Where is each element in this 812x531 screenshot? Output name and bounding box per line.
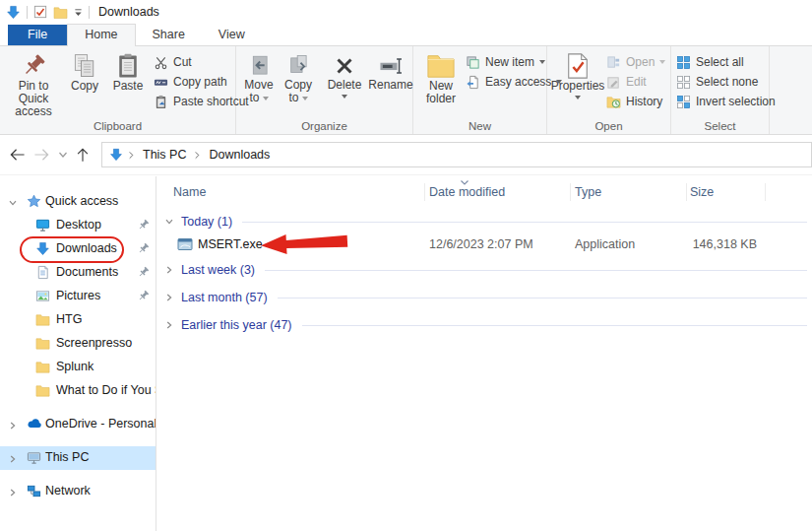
sidebar-item-pictures[interactable]: Pictures: [0, 285, 156, 308]
breadcrumb-chevron-icon[interactable]: [128, 151, 135, 160]
breadcrumb-this-pc[interactable]: This PC: [140, 148, 189, 162]
invert-selection-button[interactable]: Invert selection: [673, 92, 779, 111]
column-divider[interactable]: [765, 183, 766, 201]
sidebar-item-network[interactable]: Network: [0, 480, 156, 503]
sidebar-item-onedrive[interactable]: OneDrive - Personal: [0, 413, 156, 436]
open-group-label: Open: [547, 120, 670, 132]
open-icon: [606, 55, 621, 70]
rename-button[interactable]: Rename: [367, 47, 414, 92]
delete-button[interactable]: Delete: [322, 47, 367, 99]
select-all-button[interactable]: Select all: [673, 52, 779, 72]
folder-icon: [35, 383, 50, 401]
recent-locations-chevron-icon[interactable]: [58, 151, 68, 159]
copy-to-button[interactable]: Copy to: [279, 47, 318, 104]
column-header-size[interactable]: Size: [690, 185, 714, 199]
desktop-icon: [35, 218, 50, 235]
group-header-today[interactable]: Today (1): [156, 212, 807, 232]
group-header-earlier-this-year[interactable]: Earlier this year (47): [156, 315, 807, 335]
tab-view[interactable]: View: [202, 25, 262, 45]
column-divider[interactable]: [686, 183, 687, 201]
quick-access-star-icon: [27, 194, 41, 212]
downloads-folder-icon: [109, 148, 123, 162]
sidebar-item-splunk[interactable]: Splunk: [0, 356, 156, 379]
properties-quick-button[interactable]: [33, 5, 47, 19]
back-button[interactable]: [9, 148, 26, 162]
sidebar-item-desktop[interactable]: Desktop: [0, 214, 156, 237]
chevron-down-icon[interactable]: [8, 197, 18, 211]
group-divider-line: [302, 325, 807, 326]
customize-quick-access-toolbar-icon[interactable]: [74, 8, 83, 17]
column-headers: Name Date modified Type Size: [156, 179, 812, 203]
column-header-date-modified[interactable]: Date modified: [429, 185, 505, 199]
main-area: Quick access Desktop Downloads Documents…: [0, 176, 812, 531]
tab-file[interactable]: File: [8, 25, 67, 45]
pin-to-quick-access-label: Pin to Quick access: [6, 80, 61, 118]
chevron-right-icon[interactable]: [8, 453, 18, 467]
window-title: Downloads: [98, 5, 159, 19]
tab-home[interactable]: Home: [67, 24, 135, 46]
sidebar-item-label: Documents: [56, 265, 118, 279]
forward-button[interactable]: [33, 148, 50, 162]
file-row-msert[interactable]: MSERT.exe 12/6/2023 2:07 PM Application …: [156, 232, 812, 256]
properties-icon: [565, 52, 591, 80]
history-button[interactable]: History: [603, 92, 668, 111]
select-all-icon: [676, 55, 691, 70]
breadcrumb-chevron-icon[interactable]: [194, 151, 201, 160]
paste-icon: [114, 52, 142, 80]
sidebar-item-quick-access[interactable]: Quick access: [0, 190, 156, 214]
history-icon: [606, 95, 621, 109]
new-item-icon: [466, 55, 480, 70]
properties-button[interactable]: Properties: [552, 47, 603, 100]
chevron-right-icon[interactable]: [8, 420, 18, 433]
chevron-right-icon[interactable]: [164, 265, 174, 275]
new-folder-button[interactable]: New folder: [419, 47, 463, 105]
chevron-right-icon[interactable]: [8, 487, 18, 500]
edit-label: Edit: [626, 75, 647, 89]
move-to-button[interactable]: Move to: [239, 47, 279, 104]
pin-icon[interactable]: [137, 219, 150, 234]
dropdown-caret-icon: [342, 95, 347, 99]
open-small-buttons: Open Edit History: [603, 52, 668, 111]
column-header-type[interactable]: Type: [575, 185, 601, 199]
sidebar-item-label: This PC: [45, 450, 89, 464]
sidebar-item-label: Downloads: [56, 241, 117, 255]
up-button[interactable]: [76, 147, 90, 163]
column-divider[interactable]: [570, 183, 571, 201]
breadcrumb-downloads[interactable]: Downloads: [206, 148, 273, 162]
sidebar-item-what-to-do[interactable]: What to Do if You S: [0, 379, 156, 403]
ribbon-group-new: New folder New item Easy access: [413, 46, 547, 134]
ribbon-group-open: Properties Open Edit: [547, 46, 671, 134]
chevron-right-icon[interactable]: [164, 293, 174, 302]
sidebar-item-documents[interactable]: Documents: [0, 261, 156, 285]
sidebar-item-this-pc[interactable]: This PC: [0, 446, 156, 470]
sidebar-item-screenpresso[interactable]: Screenpresso: [0, 332, 156, 356]
edit-button[interactable]: Edit: [603, 72, 668, 92]
pin-icon[interactable]: [137, 266, 150, 282]
chevron-down-icon[interactable]: [164, 217, 174, 227]
sidebar-item-label: What to Do if You S: [56, 383, 156, 397]
cut-label: Cut: [173, 55, 192, 69]
group-header-last-week[interactable]: Last week (3): [156, 260, 807, 280]
open-button[interactable]: Open: [603, 52, 668, 72]
group-header-label: Earlier this year (47): [181, 318, 292, 332]
copy-button[interactable]: Copy: [64, 47, 105, 93]
divider: [27, 6, 28, 19]
sidebar-item-htg[interactable]: HTG: [0, 308, 156, 332]
pin-icon[interactable]: [137, 242, 150, 258]
paste-button[interactable]: Paste: [105, 47, 151, 93]
tab-share[interactable]: Share: [136, 25, 202, 45]
chevron-right-icon[interactable]: [164, 320, 174, 330]
new-folder-quick-button[interactable]: [53, 6, 68, 19]
copy-to-icon: [285, 53, 311, 79]
pin-to-quick-access-button[interactable]: Pin to Quick access: [3, 47, 64, 118]
column-header-name[interactable]: Name: [173, 185, 206, 199]
column-divider[interactable]: [424, 183, 425, 201]
ribbon-tab-row: File Home Share View: [0, 24, 812, 46]
easy-access-label: Easy access: [485, 75, 551, 89]
pin-icon[interactable]: [137, 290, 150, 305]
select-none-button[interactable]: Select none: [673, 72, 779, 92]
sidebar-item-downloads[interactable]: Downloads: [0, 237, 156, 261]
sidebar-item-label: OneDrive - Personal: [45, 417, 156, 431]
group-header-last-month[interactable]: Last month (57): [156, 288, 807, 307]
address-bar[interactable]: This PC Downloads: [101, 142, 812, 167]
